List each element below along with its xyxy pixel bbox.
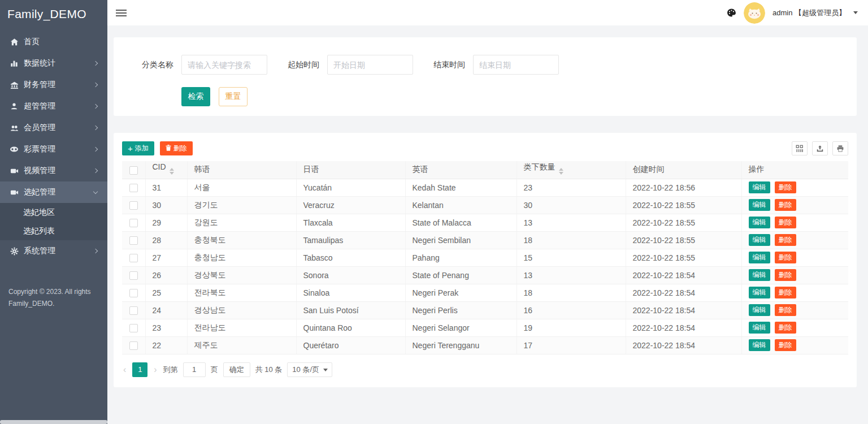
sidebar-item-statistics[interactable]: 数据统计: [0, 53, 107, 74]
category-label: 分类名称: [142, 60, 173, 70]
cell-cid: 28: [145, 231, 187, 249]
user-menu[interactable]: admin 【超级管理员】: [772, 8, 846, 18]
end-date-input[interactable]: [473, 55, 559, 75]
avatar[interactable]: [744, 2, 765, 24]
sidebar-item-concubine[interactable]: 选妃管理: [0, 181, 107, 203]
next-page-icon[interactable]: ›: [153, 365, 158, 374]
edit-button[interactable]: 编辑: [749, 252, 770, 263]
table-header-row: CID 韩语 日语 英语 类下数量 创建时间 操作: [122, 161, 848, 179]
chevron-right-icon: [93, 61, 98, 66]
table-panel: + 添加 删除: [114, 133, 857, 387]
row-checkbox[interactable]: [129, 341, 138, 350]
edit-button[interactable]: 编辑: [749, 322, 770, 334]
edit-button[interactable]: 编辑: [749, 287, 770, 298]
cell-korean: 경상북도: [187, 266, 296, 284]
goto-page-input[interactable]: [183, 362, 206, 377]
row-checkbox[interactable]: [129, 324, 138, 332]
sidebar-item-label: 超管管理: [24, 101, 55, 111]
cell-actions: 编辑删除: [741, 319, 848, 336]
sidebar-item-lottery[interactable]: 彩票管理: [0, 139, 107, 160]
cell-actions: 编辑删除: [741, 284, 848, 301]
edit-button[interactable]: 编辑: [749, 269, 770, 281]
page-size-select[interactable]: 10 条/页: [287, 362, 332, 377]
page-number-button[interactable]: 1: [132, 362, 147, 377]
sidebar-item-video[interactable]: 视频管理: [0, 160, 107, 181]
row-checkbox[interactable]: [129, 254, 138, 262]
reset-button[interactable]: 重置: [219, 87, 248, 106]
add-button[interactable]: + 添加: [122, 141, 154, 155]
delete-row-button[interactable]: 删除: [775, 181, 796, 193]
menu-toggle-icon[interactable]: [116, 8, 127, 18]
sort-icon[interactable]: [559, 166, 563, 177]
data-table: CID 韩语 日语 英语 类下数量 创建时间 操作 31서울YucatánKed…: [122, 161, 848, 354]
sidebar-subitem-list[interactable]: 选妃列表: [0, 222, 107, 240]
row-checkbox[interactable]: [129, 271, 138, 280]
sort-icon[interactable]: [170, 166, 174, 177]
row-checkbox[interactable]: [129, 306, 138, 315]
cell-english: Negeri Selangor: [405, 319, 517, 336]
search-button[interactable]: 检索: [181, 87, 210, 106]
sidebar-item-members[interactable]: 会员管理: [0, 117, 107, 139]
cell-count: 18: [517, 284, 626, 301]
lottery-icon: [10, 145, 19, 154]
cell-japanese: Sonora: [296, 266, 405, 284]
sidebar-submenu: 选妃地区 选妃列表: [0, 203, 107, 240]
row-checkbox[interactable]: [129, 236, 138, 245]
delete-row-button[interactable]: 删除: [775, 339, 796, 351]
sidebar-item-finance[interactable]: 财务管理: [0, 74, 107, 96]
user-icon: [10, 102, 19, 111]
edit-button[interactable]: 编辑: [749, 181, 770, 193]
sidebar-subitem-region[interactable]: 选妃地区: [0, 203, 107, 222]
delete-row-button[interactable]: 删除: [775, 304, 796, 316]
row-checkbox[interactable]: [129, 289, 138, 297]
goto-confirm-button[interactable]: 确定: [223, 362, 250, 377]
print-button[interactable]: [832, 141, 848, 155]
plus-icon: +: [128, 144, 133, 153]
prev-page-icon[interactable]: ‹: [122, 365, 127, 374]
cell-created: 2022-10-22 18:54: [626, 319, 741, 336]
table-row: 29강원도TlaxcalaState of Malacca132022-10-2…: [122, 214, 848, 231]
delete-row-button[interactable]: 删除: [775, 252, 796, 263]
cell-count: 15: [517, 249, 626, 266]
theme-palette-icon[interactable]: [727, 8, 736, 18]
content: 分类名称 起始时间 结束时间 检索 重置: [107, 25, 868, 424]
cell-created: 2022-10-22 18:54: [626, 336, 741, 354]
start-date-input[interactable]: [327, 55, 413, 75]
cell-cid: 23: [145, 319, 187, 336]
edit-button[interactable]: 编辑: [749, 199, 770, 211]
sidebar-item-system[interactable]: 系统管理: [0, 240, 107, 262]
row-checkbox[interactable]: [129, 219, 138, 227]
user-caret-icon[interactable]: [853, 11, 858, 16]
chevron-down-icon: [93, 189, 98, 193]
row-checkbox[interactable]: [129, 201, 138, 210]
cell-actions: 编辑删除: [741, 214, 848, 231]
cell-korean: 전라북도: [187, 284, 296, 301]
delete-row-button[interactable]: 删除: [775, 287, 796, 298]
cell-created: 2022-10-22 18:54: [626, 284, 741, 301]
row-checkbox[interactable]: [129, 184, 138, 192]
cell-cid: 22: [145, 336, 187, 354]
select-all-checkbox[interactable]: [129, 166, 138, 175]
sidebar-item-label: 视频管理: [24, 166, 55, 176]
cell-created: 2022-10-22 18:54: [626, 266, 741, 284]
cell-created: 2022-10-22 18:54: [626, 301, 741, 319]
columns-filter-button[interactable]: [792, 141, 808, 155]
sidebar-item-home[interactable]: 首页: [0, 31, 107, 53]
sidebar-item-superadmin[interactable]: 超管管理: [0, 96, 107, 117]
export-button[interactable]: [812, 141, 828, 155]
delete-row-button[interactable]: 删除: [775, 217, 796, 228]
delete-row-button[interactable]: 删除: [775, 269, 796, 281]
delete-row-button[interactable]: 删除: [775, 199, 796, 211]
cell-actions: 编辑删除: [741, 266, 848, 284]
horizontal-scrollbar[interactable]: [0, 420, 107, 424]
edit-button[interactable]: 编辑: [749, 217, 770, 228]
edit-button[interactable]: 编辑: [749, 339, 770, 351]
edit-button[interactable]: 编辑: [749, 304, 770, 316]
edit-button[interactable]: 编辑: [749, 234, 770, 246]
chevron-right-icon: [93, 168, 98, 173]
delete-row-button[interactable]: 删除: [775, 234, 796, 246]
delete-row-button[interactable]: 删除: [775, 322, 796, 334]
category-input[interactable]: [181, 55, 267, 75]
batch-delete-button[interactable]: 删除: [160, 141, 193, 155]
chevron-right-icon: [93, 104, 98, 109]
